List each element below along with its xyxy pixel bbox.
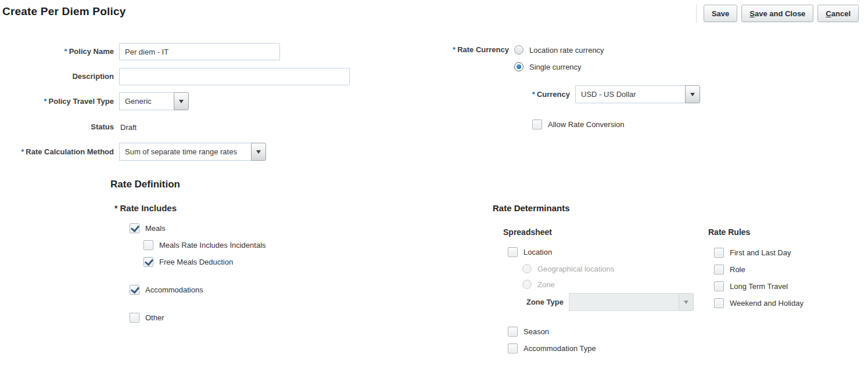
required-asterisk: *	[64, 47, 67, 56]
toolbar-separator	[696, 4, 697, 23]
allow-rate-conversion-checkbox[interactable]	[532, 120, 542, 129]
policy-name-row: *Policy Name	[0, 43, 280, 60]
role-checkbox[interactable]	[714, 265, 724, 274]
toolbar: Save Save and Close Cancel	[696, 3, 859, 23]
season-checkbox[interactable]	[508, 327, 518, 337]
weekend-and-holiday-checkbox[interactable]	[714, 298, 724, 308]
description-label: Description	[0, 72, 114, 81]
policy-travel-type-value: Generic	[119, 92, 174, 110]
save-and-close-label: ave and Close	[755, 9, 805, 18]
meals-incidentals-checkbox[interactable]	[144, 240, 153, 250]
required-asterisk: *	[532, 90, 535, 99]
save-and-close-button[interactable]: Save and Close	[741, 5, 813, 22]
role-label: Role	[730, 265, 745, 274]
rate-currency-row: *Rate Currency Location rate currency Si…	[395, 45, 604, 71]
cancel-accesskey: C	[826, 9, 831, 18]
page-title: Create Per Diem Policy	[2, 5, 125, 18]
currency-value: USD - US Dollar	[575, 85, 686, 103]
other-label: Other	[145, 313, 164, 323]
rate-determinants-heading: Rate Determinants	[493, 203, 570, 213]
policy-travel-type-select[interactable]: Generic	[119, 92, 189, 110]
rate-calculation-method-value: Sum of separate time range rates	[119, 143, 252, 161]
role-row[interactable]: Role	[714, 265, 745, 274]
free-meals-deduction-row[interactable]: Free Meals Deduction	[144, 257, 233, 267]
location-rate-currency-label: Location rate currency	[529, 46, 604, 55]
zone-radio	[522, 280, 532, 289]
location-rate-currency-option[interactable]: Location rate currency	[514, 45, 604, 55]
cancel-button[interactable]: Cancel	[817, 5, 859, 22]
long-term-travel-row[interactable]: Long Term Travel	[714, 281, 788, 291]
location-row[interactable]: Location	[508, 247, 552, 257]
currency-dropdown-button[interactable]	[685, 85, 700, 103]
required-asterisk: *	[44, 97, 46, 106]
other-row[interactable]: Other	[130, 313, 164, 323]
meals-checkbox[interactable]	[130, 223, 139, 233]
rate-includes-heading: *Rate Includes	[114, 203, 177, 213]
first-and-last-day-row[interactable]: First and Last Day	[714, 248, 791, 258]
single-currency-radio[interactable]	[514, 62, 523, 71]
required-asterisk: *	[21, 147, 24, 156]
allow-rate-conversion-row[interactable]: Allow Rate Conversion	[532, 120, 625, 129]
policy-travel-type-label-text: Policy Travel Type	[49, 97, 114, 106]
season-row[interactable]: Season	[508, 327, 549, 337]
description-input[interactable]	[119, 68, 350, 85]
description-row: Description	[0, 68, 350, 85]
rate-rules-heading: Rate Rules	[708, 227, 750, 237]
policy-travel-type-dropdown-button[interactable]	[174, 92, 189, 110]
free-meals-deduction-checkbox[interactable]	[144, 257, 153, 267]
required-asterisk: *	[114, 204, 117, 213]
first-and-last-day-checkbox[interactable]	[714, 248, 724, 258]
currency-label-text: Currency	[537, 90, 570, 99]
meals-row[interactable]: Meals	[130, 223, 166, 233]
policy-name-label-text: Policy Name	[69, 47, 114, 56]
zone-type-label: Zone Type	[482, 298, 564, 307]
meals-label: Meals	[145, 223, 166, 233]
rate-calculation-method-select[interactable]: Sum of separate time range rates	[119, 143, 266, 161]
free-meals-deduction-label: Free Meals Deduction	[159, 257, 233, 267]
geographical-locations-radio	[522, 264, 532, 273]
status-row: Status Draft	[0, 122, 137, 132]
other-checkbox[interactable]	[130, 313, 139, 323]
weekend-and-holiday-row[interactable]: Weekend and Holiday	[714, 298, 804, 308]
save-button[interactable]: Save	[704, 5, 737, 22]
policy-name-input[interactable]	[119, 43, 280, 60]
currency-select[interactable]: USD - US Dollar	[575, 85, 700, 103]
policy-name-label: *Policy Name	[0, 47, 114, 56]
rate-calculation-method-label-text: Rate Calculation Method	[26, 147, 114, 156]
rate-calculation-method-label: *Rate Calculation Method	[0, 147, 114, 157]
zone-type-value	[569, 293, 679, 311]
accommodations-checkbox[interactable]	[130, 285, 139, 295]
location-rate-currency-radio[interactable]	[514, 45, 523, 55]
location-checkbox[interactable]	[508, 247, 518, 257]
currency-label: *Currency	[450, 90, 570, 99]
zone-type-select	[569, 293, 694, 311]
save-and-close-accesskey: S	[749, 9, 755, 18]
rate-includes-heading-text: Rate Includes	[120, 203, 177, 213]
rate-calculation-method-row: *Rate Calculation Method Sum of separate…	[0, 143, 266, 161]
accommodation-type-checkbox[interactable]	[508, 344, 518, 353]
chevron-down-icon	[179, 100, 184, 103]
geographical-locations-label: Geographical locations	[537, 265, 614, 273]
single-currency-option[interactable]: Single currency	[514, 62, 604, 71]
accommodations-row[interactable]: Accommodations	[130, 285, 203, 295]
allow-rate-conversion-label: Allow Rate Conversion	[548, 120, 625, 129]
zone-type-dropdown-button	[679, 293, 694, 311]
rate-currency-label: *Rate Currency	[395, 45, 509, 55]
status-value: Draft	[120, 123, 137, 132]
long-term-travel-checkbox[interactable]	[714, 281, 724, 291]
status-label: Status	[0, 122, 114, 132]
long-term-travel-label: Long Term Travel	[730, 281, 788, 291]
accommodation-type-row[interactable]: Accommodation Type	[508, 344, 596, 353]
season-label: Season	[523, 327, 549, 337]
first-and-last-day-label: First and Last Day	[730, 248, 791, 258]
zone-type-row: Zone Type	[482, 293, 694, 311]
meals-incidentals-row[interactable]: Meals Rate Includes Incidentals	[144, 240, 266, 250]
rate-calculation-method-dropdown-button[interactable]	[251, 143, 266, 161]
policy-travel-type-label: *Policy Travel Type	[0, 97, 114, 106]
rate-currency-label-text: Rate Currency	[457, 45, 509, 54]
chevron-down-icon	[690, 93, 695, 96]
chevron-down-icon	[256, 150, 261, 154]
weekend-and-holiday-label: Weekend and Holiday	[730, 298, 804, 308]
cancel-label: ancel	[831, 9, 851, 18]
currency-row: *Currency USD - US Dollar	[450, 85, 700, 103]
